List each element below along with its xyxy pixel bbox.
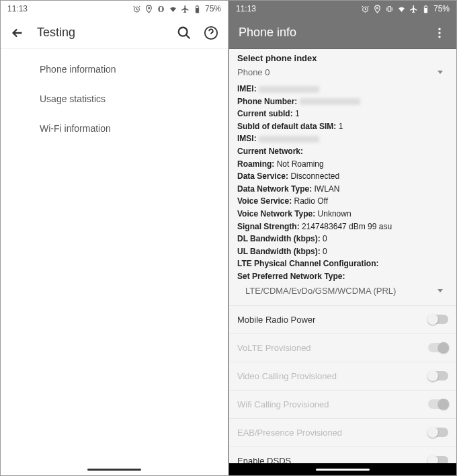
select-network-type[interactable]: LTE/CDMA/EvDo/GSM/WCDMA (PRL) [229,283,456,301]
info-value: 2147483647 dBm 99 asu [302,222,392,231]
nav-handle-icon [87,469,141,471]
info-label: Current subId: [237,109,295,118]
wifi-icon [169,5,177,13]
more-icon[interactable] [432,26,447,40]
airplane-icon [409,5,418,13]
select-phone-index[interactable]: Phone 0 [229,65,456,83]
info-line: Set Preferred Network Type: [237,270,448,283]
svg-rect-10 [388,6,390,11]
chevron-down-icon [438,289,443,292]
toggle-label: Wifi Calling Provisioned [237,399,329,409]
toggle-list: Mobile Radio PowerVoLTE ProvisionedVideo… [229,310,456,464]
menu-usage-statistics[interactable]: Usage statistics [1,84,228,114]
app-bar: Phone info [229,17,456,49]
battery-icon [193,5,202,13]
info-value: Not Roaming [277,159,324,169]
menu-phone-information[interactable]: Phone information [1,54,228,84]
svg-rect-12 [424,7,427,12]
svg-rect-2 [159,6,162,11]
vibrate-icon [385,5,394,13]
content: Select phone index Phone 0 IMEI: Phone N… [229,49,456,463]
info-value: 0 [323,247,327,256]
info-label: Current Network: [237,147,303,156]
info-line: Voice Service: Radio Off [237,195,448,208]
info-label: Signal Strength: [237,222,302,231]
select-phone-value: Phone 0 [237,67,269,77]
info-line: Signal Strength: 2147483647 dBm 99 asu [237,221,448,233]
help-icon[interactable] [204,26,218,40]
wifi-icon [397,5,406,13]
info-value: IWLAN [314,184,339,194]
svg-point-16 [438,36,440,38]
toggle-knob-icon [427,370,438,381]
divider [229,446,456,447]
info-label: Data Service: [237,171,290,181]
info-line: Voice Network Type: Unknown [237,208,448,221]
vibrate-icon [157,5,165,13]
toggle-row: Video Calling Provisioned [229,366,456,386]
toggle-knob-icon [427,314,438,325]
info-value: Disconnected [290,171,339,181]
toggle-knob-icon [427,427,438,438]
alarm-icon [132,5,141,13]
toggle-label: VoLTE Provisioned [237,343,311,353]
airplane-icon [181,5,190,13]
divider [229,390,456,391]
info-line: Roaming: Not Roaming [237,158,448,171]
toggle-switch [428,399,448,409]
info-line: Data Network Type: IWLAN [237,183,448,196]
info-value: 0 [323,234,327,243]
info-label: IMSI: [237,134,259,143]
location-icon [144,5,153,13]
toggle-switch[interactable] [428,456,448,463]
nav-handle-icon [316,469,370,471]
info-label: Set Preferred Network Type: [237,272,345,281]
info-value: 1 [339,122,343,131]
toggle-switch[interactable] [428,315,448,324]
alarm-icon [361,5,370,13]
back-icon[interactable] [10,26,25,40]
nav-bar[interactable] [1,463,228,475]
info-label: LTE Physical Channel Configuration: [237,259,378,268]
info-line: LTE Physical Channel Configuration: [237,257,448,270]
toggle-row: Mobile Radio Power [229,310,456,329]
svg-point-15 [438,32,440,34]
nav-bar[interactable] [229,463,456,475]
toggle-switch [428,428,448,437]
battery-text: 75% [433,4,450,13]
battery-text: 75% [205,4,221,13]
toggle-label: Mobile Radio Power [237,315,315,325]
svg-rect-13 [425,5,426,6]
divider [229,333,456,334]
info-value: Radio Off [294,196,328,206]
info-line: DL Bandwidth (kbps): 0 [237,233,448,245]
svg-point-6 [179,27,188,36]
status-bar: 11:13 75% [1,1,228,17]
info-label: Voice Network Type: [237,209,318,219]
info-line: Current subId: 1 [237,108,448,120]
info-line: UL Bandwidth (kbps): 0 [237,245,448,258]
status-icons: 75% [361,4,450,13]
info-value: 1 [295,109,300,118]
network-type-value: LTE/CDMA/EvDo/GSM/WCDMA (PRL) [245,286,396,296]
blurred-value [259,86,319,93]
menu-wifi-information[interactable]: Wi-Fi information [1,114,228,143]
info-list: IMEI: Phone Number: Current subId: 1SubI… [229,83,456,283]
info-label: Voice Service: [237,196,294,206]
left-phone: 11:13 75% Testing Phone information Usag… [0,0,229,476]
toggle-switch [428,343,448,352]
toggle-row: EAB/Presence Provisioned [229,423,456,442]
svg-rect-5 [196,5,198,6]
info-line: Phone Number: [237,95,448,108]
info-label: IMEI: [237,84,259,93]
info-label: Phone Number: [237,97,300,106]
blurred-value [259,136,319,143]
search-icon[interactable] [177,26,192,40]
toggle-knob-icon [438,342,449,353]
info-label: UL Bandwidth (kbps): [237,247,323,256]
status-bar: 11:13 75% [229,1,456,17]
page-title: Testing [37,26,165,40]
divider [229,305,456,306]
info-label: SubId of default data SIM: [237,122,339,131]
status-time: 11:13 [236,4,256,13]
